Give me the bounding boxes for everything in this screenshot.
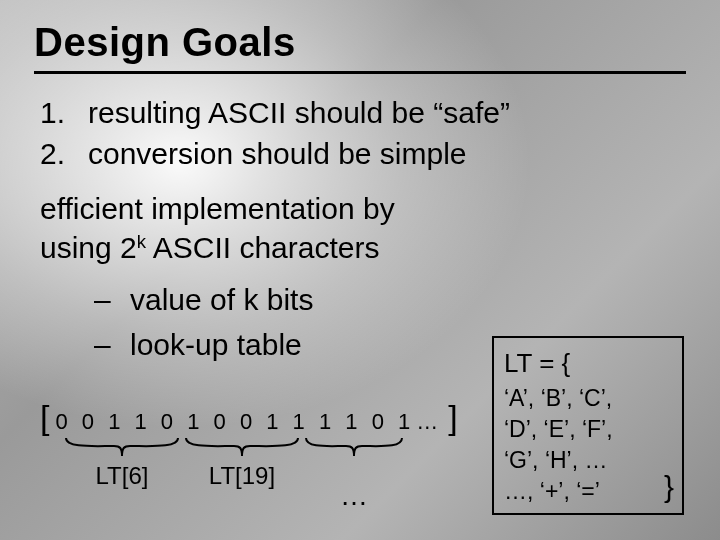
dash-icon: – [94,322,130,367]
bracket-close: ] [448,398,457,437]
slide-title: Design Goals [34,20,686,74]
impl-superscript-k: k [137,231,146,252]
brace-label: LT[6] [64,462,180,490]
lookup-table-box: LT = { ‘A’, ‘B’, ‘C’, ‘D’, ‘E’, ‘F’, ‘G’… [492,336,684,515]
lt-row: ‘D’, ‘E’, ‘F’, [504,414,672,445]
lt-header: LT = { [504,346,672,381]
sub-text: value of k bits [130,277,313,322]
goals-list: 1. resulting ASCII should be “safe” 2. c… [40,92,686,175]
dash-icon: – [94,277,130,322]
underbrace-icon [64,436,180,458]
brace-group-2: LT[19] [184,436,300,512]
goal-number: 1. [40,92,88,133]
impl-line-2-pre: using 2 [40,231,137,264]
bracket-open: [ [40,398,49,437]
underbrace-icon [184,436,300,458]
lt-row: …, ‘+’, ‘=’ [504,476,672,507]
goal-text: resulting ASCII should be “safe” [88,92,510,133]
sub-item: – value of k bits [94,277,686,322]
goal-text: conversion should be simple [88,133,467,174]
sub-text: look-up table [130,322,302,367]
impl-line-1: efficient implementation by [40,192,395,225]
lt-close-brace: } [664,467,674,508]
brace-label: … [304,480,404,512]
brace-group-1: LT[6] [64,436,180,512]
implementation-note: efficient implementation by using 2k ASC… [40,189,686,267]
bit-digits: 0 0 1 1 0 1 0 0 1 1 1 1 0 1 [55,402,414,436]
goal-item: 2. conversion should be simple [40,133,686,174]
impl-line-2-post: ASCII characters [146,231,379,264]
underbrace-icon [304,436,404,458]
brace-label: LT[19] [184,462,300,490]
goal-number: 2. [40,133,88,174]
lt-row: ‘A’, ‘B’, ‘C’, [504,383,672,414]
brace-group-3: … [304,436,404,512]
goal-item: 1. resulting ASCII should be “safe” [40,92,686,133]
bits-ellipsis: … [416,409,442,435]
lt-row: ‘G’, ‘H’, … [504,445,672,476]
